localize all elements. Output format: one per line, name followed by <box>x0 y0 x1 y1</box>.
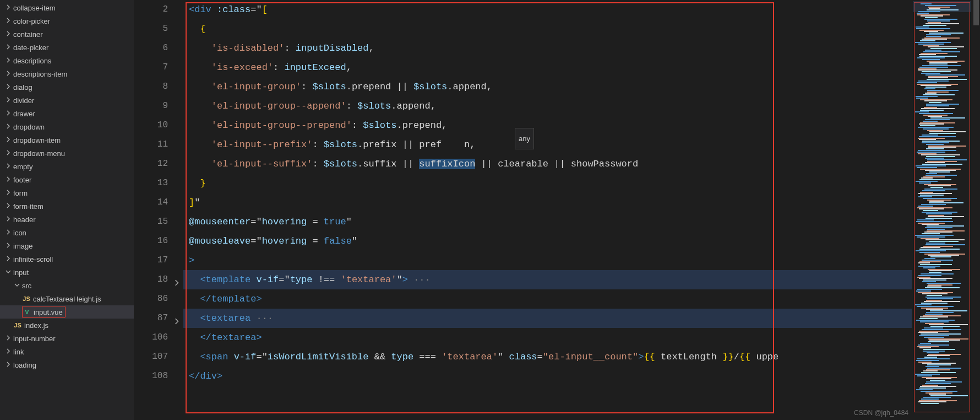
minimap-line <box>925 17 938 18</box>
chevron-down-icon <box>4 268 12 276</box>
code-token: [ <box>262 4 268 15</box>
tree-item-descriptions[interactable]: descriptions <box>0 54 134 67</box>
minimap-line <box>919 54 936 55</box>
code-token <box>189 101 211 111</box>
minimap-line <box>922 39 947 40</box>
tree-item-image[interactable]: image <box>0 239 134 252</box>
tree-item-drawer[interactable]: drawer <box>0 107 134 120</box>
minimap-line <box>922 142 949 143</box>
tree-item-infinite-scroll[interactable]: infinite-scroll <box>0 252 134 266</box>
tree-item-container[interactable]: container <box>0 28 134 41</box>
minimap-line <box>929 171 950 173</box>
minimap-line <box>925 74 965 76</box>
code-token: && <box>368 352 391 362</box>
minimap-line <box>920 99 952 100</box>
tree-item-date-picker[interactable]: date-picker <box>0 41 134 54</box>
tree-item-header[interactable]: header <box>0 213 134 226</box>
tree-item-icon[interactable]: icon <box>0 226 134 239</box>
minimap-line <box>930 256 951 257</box>
minimap-line <box>917 289 942 290</box>
code-token: $slots <box>357 101 391 111</box>
fold-chevron-icon[interactable] <box>171 274 180 283</box>
minimap-line <box>924 19 957 20</box>
code-token: > <box>256 332 262 343</box>
minimap-line <box>920 321 949 322</box>
tree-item-link[interactable]: link <box>0 345 134 358</box>
code-line[interactable]: @mouseleave="hovering = false" <box>183 231 912 251</box>
tree-item-input-number[interactable]: input-number <box>0 332 134 345</box>
code-line[interactable]: <textarea ··· <box>183 309 912 328</box>
tree-item-dropdown-item[interactable]: dropdown-item <box>0 133 134 147</box>
tree-item-input-vue[interactable]: Vinput.vue <box>0 305 134 319</box>
code-token: = <box>251 217 256 227</box>
code-token: : <box>346 101 357 111</box>
fold-chevron-icon[interactable] <box>171 313 180 322</box>
code-token: . <box>357 159 363 169</box>
tree-item-loading[interactable]: loading <box>0 358 134 371</box>
code-line[interactable]: 'is-exceed': inputExceed, <box>183 58 912 77</box>
tree-item-form[interactable]: form <box>0 186 134 200</box>
line-number: 87 <box>134 309 168 328</box>
code-line[interactable]: 'el-input-group--prepend': $slots.prepen… <box>183 116 912 135</box>
tree-item-label: dropdown <box>13 123 45 131</box>
tree-item-form-item[interactable]: form-item <box>0 200 134 213</box>
tree-item-color-picker[interactable]: color-picker <box>0 14 134 28</box>
tree-item-src[interactable]: src <box>0 279 134 292</box>
vertical-scrollbar[interactable] <box>972 0 980 420</box>
code-line[interactable]: > <box>183 251 912 270</box>
tree-item-collapse-item[interactable]: collapse-item <box>0 1 134 14</box>
code-line[interactable]: } <box>183 174 912 193</box>
minimap-line <box>923 115 948 116</box>
minimap-line <box>924 258 935 259</box>
tree-item-calcTextareaHeight-js[interactable]: JScalcTextareaHeight.js <box>0 292 134 305</box>
minimap[interactable] <box>912 0 972 420</box>
tree-item-dropdown-menu[interactable]: dropdown-menu <box>0 147 134 160</box>
code-line[interactable]: 'el-input--suffix': $slots.suffix || suf… <box>183 154 912 174</box>
scrollbar-thumb[interactable] <box>973 0 979 25</box>
code-line[interactable]: </template> <box>183 289 912 309</box>
minimap-line <box>917 82 937 83</box>
code-line[interactable]: </textarea> <box>183 328 912 347</box>
vue-file-icon: V <box>23 309 31 315</box>
type-hint-popup: any <box>515 128 534 149</box>
minimap-line <box>918 193 952 194</box>
code-line[interactable]: <template v-if="type !== 'textarea'"> ··… <box>183 270 912 289</box>
code-line[interactable]: { <box>183 19 912 39</box>
code-token: $slots <box>363 120 396 131</box>
code-token <box>189 274 200 285</box>
tree-item-dialog[interactable]: dialog <box>0 80 134 94</box>
code-line[interactable]: </div> <box>183 367 912 386</box>
minimap-line <box>923 128 949 130</box>
tree-item-label: image <box>13 242 32 250</box>
chevron-right-icon <box>4 347 12 355</box>
code-line[interactable]: 'el-input-group': $slots.prepend || $slo… <box>183 77 912 96</box>
code-line[interactable]: 'el-input-group--append': $slots.append, <box>183 96 912 116</box>
minimap-line <box>917 375 932 376</box>
code-line[interactable]: <span v-if="isWordLimitVisible && type =… <box>183 347 912 367</box>
tree-item-descriptions-item[interactable]: descriptions-item <box>0 67 134 80</box>
tree-item-dropdown[interactable]: dropdown <box>0 120 134 133</box>
code-line[interactable]: 'el-input--prefix': $slots.prefix || pre… <box>183 135 912 154</box>
code-token: : <box>273 62 284 73</box>
explorer-sidebar[interactable]: collapse-itemcolor-pickercontainerdate-p… <box>0 0 134 420</box>
code-line[interactable]: <div :class="[ <box>183 0 912 19</box>
tree-item-empty[interactable]: empty <box>0 160 134 173</box>
code-line[interactable]: @mouseenter="hovering = true" <box>183 212 912 231</box>
code-token: , <box>368 43 374 53</box>
code-area[interactable]: any <div :class="[ { 'is-disabled': inpu… <box>183 0 912 420</box>
minimap-line <box>924 254 965 255</box>
minimap-line <box>922 233 940 234</box>
tree-item-divider[interactable]: divider <box>0 94 134 107</box>
minimap-line <box>929 201 944 202</box>
tree-item-index-js[interactable]: JSindex.js <box>0 319 134 332</box>
minimap-line <box>916 28 950 29</box>
minimap-line <box>925 158 944 159</box>
tree-item-input[interactable]: input <box>0 266 134 279</box>
tree-item-footer[interactable]: footer <box>0 173 134 186</box>
line-number: 11 <box>134 135 168 154</box>
code-line[interactable]: 'is-disabled': inputDisabled, <box>183 39 912 58</box>
minimap-line <box>923 210 938 211</box>
code-line[interactable]: ]" <box>183 193 912 212</box>
code-editor[interactable]: 2567891011121314151617188687106107108 an… <box>134 0 980 420</box>
code-token: n <box>464 139 470 150</box>
